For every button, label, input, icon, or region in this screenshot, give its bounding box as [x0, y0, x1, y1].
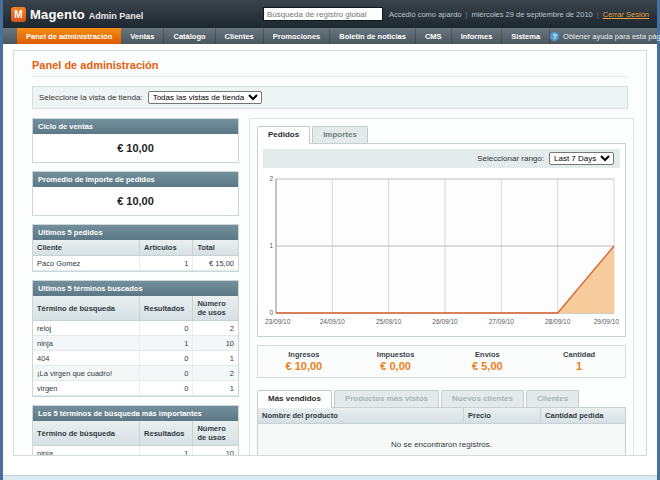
brand-subtitle: Admin Panel [89, 11, 144, 21]
table-header-row: Nombre del productoPrecioCantidad pedida [258, 408, 625, 424]
stat-cantidad: Cantidad1 [533, 350, 625, 372]
block-title: Los 5 términos de búsqueda más important… [33, 406, 238, 421]
tab-nuevos-clientes: Nuevos clientes [441, 390, 524, 407]
page-title: Panel de administración [32, 59, 628, 77]
stat-label: Cantidad [533, 350, 625, 359]
help-icon: ? [550, 32, 559, 41]
nav-item-sistema[interactable]: Sistema [502, 28, 550, 44]
stat-value: € 10,00 [258, 360, 350, 372]
svg-text:27/09/10: 27/09/10 [489, 318, 515, 325]
stat-value: € 5,00 [442, 360, 534, 372]
last-orders-block: Ultimos 5 pedidos ClienteArtículosTotalP… [32, 224, 239, 272]
browser-window: M Magento Admin Panel Accedió como apard… [0, 0, 660, 480]
dashboard-sidebar: Ciclo de ventas € 10,00 Promedio de impo… [32, 118, 239, 456]
nav-item-catalogo[interactable]: Catálogo [164, 28, 215, 44]
orders-chart: 01223/09/1024/09/1025/09/1026/09/1027/09… [263, 171, 620, 331]
tab-pedidos[interactable]: Pedidos [257, 126, 310, 144]
stat-ingresos: Ingresos€ 10,00 [258, 350, 350, 372]
block-title: Ultimos 5 términos buscados [33, 281, 238, 296]
svg-text:28/09/10: 28/09/10 [545, 318, 571, 325]
dashboard-main: PedidosImportes Seleccionar rango: Last … [249, 118, 634, 456]
svg-text:25/09/10: 25/09/10 [376, 318, 402, 325]
nav-item-cms[interactable]: CMS [416, 28, 452, 44]
logout-link[interactable]: Cerrar Sesión [603, 10, 649, 19]
stat-value: 1 [533, 360, 625, 372]
table-row: Paco Gomez1€ 15,00 [33, 256, 238, 271]
current-date: miércoles 29 de septiembre de 2010 [471, 10, 592, 19]
top-search-table: Término de búsquedaResultadosNúmero de u… [33, 421, 238, 456]
table-header-row: Término de búsquedaResultadosNúmero de u… [33, 296, 238, 321]
brand: M Magento Admin Panel [11, 7, 143, 22]
last-orders-table: ClienteArtículosTotalPaco Gomez1€ 15,00 [33, 240, 238, 271]
stat-value: € 0,00 [350, 360, 442, 372]
nav-item-ventas[interactable]: Ventas [121, 28, 164, 44]
tab-clientes: Clientes [526, 390, 579, 407]
range-select[interactable]: Last 7 Days [549, 152, 614, 165]
block-title: Promedio de importe de pedidos [33, 172, 238, 187]
tab-importes[interactable]: Importes [312, 126, 368, 143]
window-bottom-edge [3, 475, 657, 480]
table-row: 40401 [33, 351, 238, 366]
logged-in-as: Accedió como apardo [389, 10, 462, 19]
block-title: Ciclo de ventas [33, 119, 238, 134]
lifetime-sales-value: € 10,00 [33, 134, 238, 162]
svg-text:26/09/10: 26/09/10 [432, 318, 458, 325]
help-label: Obtener ayuda para esta página [563, 32, 660, 41]
stat-label: Ingresos [258, 350, 350, 359]
search-input[interactable] [263, 7, 383, 21]
svg-text:1: 1 [269, 242, 273, 249]
block-title: Ultimos 5 pedidos [33, 225, 238, 240]
nav-item-promociones[interactable]: Promociones [264, 28, 331, 44]
table-row: ninja110 [33, 446, 238, 457]
table-row: ninja110 [33, 336, 238, 351]
last-search-terms-block: Ultimos 5 términos buscados Término de b… [32, 280, 239, 397]
svg-text:2: 2 [269, 175, 273, 182]
svg-text:0: 0 [269, 309, 273, 316]
stat-envios: Envíos€ 5,00 [442, 350, 534, 372]
table-header-row: Término de búsquedaResultadosNúmero de u… [33, 421, 238, 446]
store-view-select[interactable]: Todas las vistas de tienda [148, 91, 262, 104]
store-view-label: Seleccione la vista de tienda: [39, 93, 143, 102]
table-row: ¡La virgen que cuadro!02 [33, 366, 238, 381]
brand-name: Magento [30, 7, 85, 22]
main-panel: Panel de administración Seleccione la vi… [13, 50, 647, 456]
nav-item-panel-de-administracion[interactable]: Panel de administración [17, 28, 121, 44]
stat-label: Impuestos [350, 350, 442, 359]
average-orders-block: Promedio de importe de pedidos € 10,00 [32, 171, 239, 216]
table-header-row: ClienteArtículosTotal [33, 240, 238, 256]
header-user-info: Accedió como apardo | miércoles 29 de se… [389, 10, 649, 19]
products-grid: Nombre del productoPrecioCantidad pedida… [258, 408, 625, 456]
app-header: M Magento Admin Panel Accedió como apard… [3, 0, 657, 28]
products-grid-box: Nombre del productoPrecioCantidad pedida… [257, 407, 626, 456]
nav-item-clientes[interactable]: Clientes [216, 28, 264, 44]
store-view-bar: Seleccione la vista de tienda: Todas las… [32, 86, 628, 109]
nav-item-informes[interactable]: Informes [452, 28, 503, 44]
empty-row: No se encontraron registros. [258, 424, 625, 457]
range-label: Seleccionar rango: [477, 154, 544, 163]
nav-item-boletin-de-noticias[interactable]: Boletín de noticias [330, 28, 416, 44]
table-row: reloj02 [33, 321, 238, 336]
totals-bar: Ingresos€ 10,00Impuestos€ 0,00Envíos€ 5,… [257, 345, 626, 378]
tab-productos-mas-vistos: Productos más vistos [334, 390, 439, 407]
tab-mas-vendidos[interactable]: Más vendidos [257, 390, 332, 408]
main-nav: Panel de administraciónVentasCatálogoCli… [3, 28, 657, 44]
orders-tab-panel: Seleccionar rango: Last 7 Days 01223/09/… [257, 143, 626, 337]
magento-logo-icon: M [11, 7, 26, 22]
stat-impuestos: Impuestos€ 0,00 [350, 350, 442, 372]
range-bar: Seleccionar rango: Last 7 Days [263, 149, 620, 168]
lifetime-sales-block: Ciclo de ventas € 10,00 [32, 118, 239, 163]
svg-text:23/09/10: 23/09/10 [265, 318, 291, 325]
svg-text:29/09/10: 29/09/10 [594, 318, 620, 325]
last-search-table: Término de búsquedaResultadosNúmero de u… [33, 296, 238, 396]
table-row: virgen01 [33, 381, 238, 396]
stat-label: Envíos [442, 350, 534, 359]
top-search-terms-block: Los 5 términos de búsqueda más important… [32, 405, 239, 456]
help-link[interactable]: ? Obtener ayuda para esta página [550, 28, 660, 44]
average-orders-value: € 10,00 [33, 187, 238, 215]
svg-text:24/09/10: 24/09/10 [320, 318, 346, 325]
